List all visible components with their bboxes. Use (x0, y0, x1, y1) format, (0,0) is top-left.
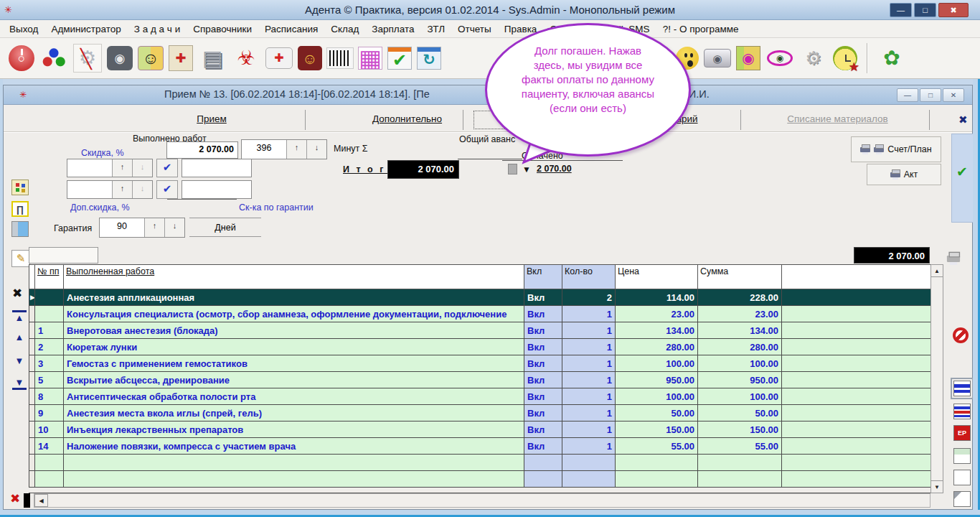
move-down-icon[interactable]: ▼ (12, 356, 27, 365)
move-top-icon[interactable]: ▲ (12, 310, 27, 322)
doc-blue-icon[interactable] (953, 381, 971, 396)
confirm-icon[interactable]: ✔ (956, 164, 968, 180)
delete-row-icon[interactable]: ✖ (12, 286, 22, 301)
warranty-down-icon[interactable]: ↓ (164, 218, 184, 237)
paste-icon[interactable] (508, 164, 517, 174)
col-sum[interactable]: Сумма (698, 265, 782, 289)
visit-close-button[interactable]: ✕ (943, 88, 964, 102)
menu-item-7[interactable]: Зарплата (365, 24, 420, 34)
table-row[interactable]: Консультация специалиста (осмотр, сбор а… (29, 306, 931, 322)
books-icon[interactable]: ▤ (198, 44, 227, 73)
discount-field[interactable] (67, 159, 112, 177)
col-num[interactable]: № пп (35, 265, 64, 289)
table-row[interactable]: 10Инъекция лекарственных препаратовВкл11… (29, 421, 931, 438)
horizontal-scrollbar[interactable] (34, 493, 930, 508)
visit-minimize-button[interactable]: — (897, 88, 918, 102)
visit-maximize-button[interactable]: □ (920, 88, 941, 102)
alarmstar-icon[interactable]: ★ (833, 46, 857, 70)
menu-item-6[interactable]: Склад (324, 24, 365, 34)
darkface-icon[interactable]: ☺ (298, 46, 322, 70)
deny-icon[interactable] (953, 327, 969, 343)
close-button[interactable]: ✖ (938, 3, 969, 17)
table-row[interactable]: 1Внеротовая анестезия (блокада)Вкл1134.0… (29, 322, 931, 339)
table-row[interactable]: ▶Анестезия аппликационнаяВкл2114.00228.0… (29, 289, 931, 306)
done-sum-field[interactable]: 2 070.00 (166, 141, 238, 159)
menu-item-4[interactable]: Справочники (187, 24, 258, 34)
scroll-up-icon[interactable]: ▲ (930, 264, 943, 277)
move-up-icon[interactable]: ▲ (12, 332, 27, 342)
discount-down-icon[interactable]: ↓ (132, 159, 152, 177)
eyecard-icon[interactable]: ◉ (736, 46, 760, 70)
vertical-scrollbar[interactable] (930, 264, 943, 493)
camera-icon[interactable]: ◉ (704, 49, 731, 67)
tab-priem[interactable]: Прием (172, 113, 251, 124)
window-icon[interactable] (11, 221, 29, 237)
minutes-up-icon[interactable]: ↑ (286, 140, 306, 159)
refresh-icon[interactable]: ↻ (417, 47, 441, 70)
scroll-down-icon[interactable]: ▼ (930, 480, 943, 493)
table-row[interactable]: 3Гемостаз с применением гемостатиковВкл1… (29, 355, 931, 372)
col-incl[interactable]: Вкл (524, 265, 562, 289)
warranty-field[interactable]: 90 (100, 218, 144, 237)
eye-icon[interactable]: ◉ (765, 44, 794, 73)
warranty-discount-field[interactable] (167, 185, 237, 200)
discount-up-icon[interactable]: ↑ (112, 159, 132, 177)
discount-apply-icon[interactable]: ✔ (156, 159, 178, 177)
menu-item-9[interactable]: Отчеты (451, 24, 498, 34)
doc-ep-icon[interactable]: ЕР (953, 425, 971, 441)
discount-sum-field[interactable] (182, 159, 252, 177)
barcode-icon[interactable] (327, 48, 353, 68)
title-bar[interactable]: ✳ Адента © Практика, версия 01.02.2014 -… (0, 0, 980, 20)
power-icon[interactable]: ○ (9, 45, 34, 71)
menu-item-8[interactable]: ЗТЛ (420, 24, 451, 34)
menu-item-13[interactable]: ?! - О программе (656, 24, 745, 34)
icq-icon[interactable]: ✿ (877, 44, 906, 73)
act-button[interactable]: Акт (867, 164, 941, 185)
users-icon[interactable] (39, 44, 68, 73)
extra-discount-field[interactable] (67, 181, 112, 198)
gearman-icon[interactable]: ⚙ (799, 44, 828, 73)
table-row[interactable]: 8Антисептическая обработка полости ртаВк… (29, 388, 931, 405)
warranty-up-icon[interactable]: ↑ (144, 218, 164, 237)
tab-dopolnitelno[interactable]: Дополнительно (344, 113, 470, 124)
firstaid-icon[interactable]: ✚ (265, 47, 293, 69)
paid-dropdown-icon[interactable]: ▼ (522, 164, 531, 174)
medcard-icon[interactable]: ✚ (169, 45, 193, 71)
close-tab-icon[interactable]: ✖ (958, 113, 968, 126)
minimize-button[interactable]: — (890, 3, 912, 17)
doc-empty-icon[interactable] (953, 470, 971, 485)
calcheck-icon[interactable]: ✔ (387, 47, 412, 70)
table-row[interactable]: 5Вскрытие абсцесса, дренированиеВкл1950.… (29, 372, 931, 388)
menu-item-5[interactable]: Расписания (258, 24, 324, 34)
empty-row[interactable] (29, 471, 931, 488)
biohazard-icon[interactable]: ☣ (232, 44, 260, 73)
grid-icon[interactable]: ▦ (358, 47, 382, 70)
extra-discount-down-icon[interactable]: ↓ (132, 181, 152, 198)
minutes-down-icon[interactable]: ↓ (306, 140, 326, 159)
col-price[interactable]: Цена (616, 265, 698, 289)
table-row[interactable]: 9Анестезия места вкола иглы (спрей, гель… (29, 405, 931, 421)
maximize-button[interactable]: □ (914, 3, 936, 17)
tooth-save-icon[interactable]: ∏ (11, 201, 29, 217)
move-bottom-icon[interactable]: ▼ (12, 378, 27, 390)
menu-item-3[interactable]: З а д а ч и (128, 24, 187, 34)
table-row[interactable]: 2Кюретаж лункиВкл1280.00280.00 (29, 339, 931, 355)
invoice-plan-button[interactable]: Счет/План (851, 136, 941, 162)
empty-row[interactable] (29, 455, 931, 471)
delete-red-icon[interactable]: ✖ (10, 491, 20, 506)
table-row[interactable]: 14Наложение повязки, компресса с участие… (29, 438, 931, 455)
page-icon[interactable] (953, 491, 971, 507)
scroll-left-icon[interactable]: ◀ (34, 494, 48, 507)
doc-redblue-icon[interactable] (953, 404, 971, 419)
col-qty[interactable]: Кол-во (562, 265, 616, 289)
tab-spisanie-materialov[interactable]: Списание материалов (778, 113, 897, 124)
doc-green-icon[interactable] (953, 448, 971, 464)
col-work[interactable]: Выполненная работа (64, 265, 524, 289)
settings-icon[interactable]: ⚙ (73, 44, 102, 73)
menu-item-1[interactable]: Выход (3, 24, 44, 34)
palette-grid-icon[interactable] (11, 180, 29, 195)
extra-discount-up-icon[interactable]: ↑ (112, 181, 132, 198)
finder-icon[interactable]: ☺ (138, 46, 164, 70)
paid-value[interactable]: 2 070.00 (537, 164, 572, 174)
video-icon[interactable]: ◉ (107, 46, 133, 70)
